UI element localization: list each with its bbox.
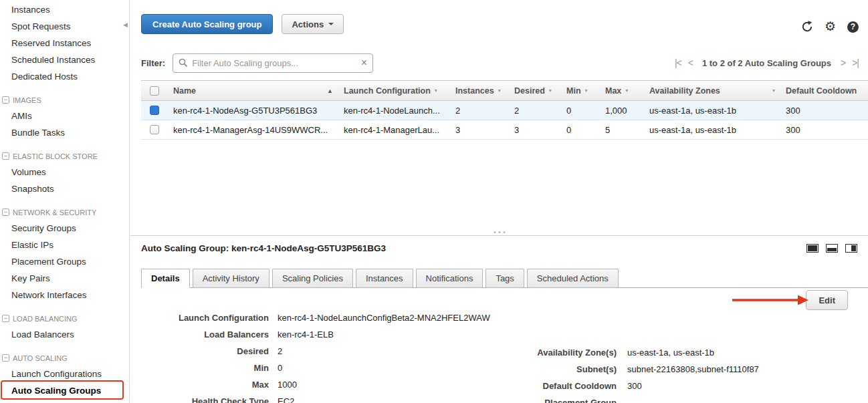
field-label: Default Cooldown (478, 381, 617, 391)
sidebar-section-label: NETWORK & SECURITY (13, 209, 96, 217)
column-header-label: Desired (514, 86, 545, 96)
sidebar-item-bundle-tasks[interactable]: Bundle Tasks (0, 124, 129, 141)
clear-filter-icon[interactable]: × (361, 57, 367, 68)
sidebar-item-key-pairs[interactable]: Key Pairs (0, 270, 129, 287)
filter-dropdown-icon[interactable]: ▾ (435, 88, 437, 94)
filter-dropdown-icon[interactable]: ▾ (625, 88, 628, 94)
table-row[interactable]: ken-rc4-1-ManagerAsg-14US9WWCR... ken-rc… (141, 120, 868, 140)
field-value: subnet-22163808,subnet-f1110f87 (627, 364, 759, 374)
field-label: Placement Group (478, 398, 617, 403)
cell-min: 0 (561, 106, 600, 116)
pagination-first-button[interactable]: |< (675, 57, 681, 68)
field-label: Availability Zone(s) (478, 348, 617, 358)
pane-layout-full-icon[interactable] (806, 244, 819, 253)
cell-max: 1,000 (600, 106, 644, 116)
sidebar-item-network-interfaces[interactable]: Network Interfaces (0, 287, 129, 303)
select-all-checkbox[interactable] (150, 86, 159, 96)
column-header-launch-configuration[interactable]: Launch Configuration ▾ (338, 86, 450, 96)
row-checkbox[interactable] (150, 106, 159, 115)
sidebar-item-amis[interactable]: AMIs (0, 108, 129, 124)
sidebar-item-security-groups[interactable]: Security Groups (0, 220, 129, 237)
field-launch-configuration: Launch Configuration ken-rc4-1-NodeLaunc… (130, 309, 868, 326)
sidebar-item-auto-scaling-groups[interactable]: Auto Scaling Groups (0, 382, 129, 399)
pagination-last-button[interactable]: >| (852, 57, 859, 68)
tab-details[interactable]: Details (141, 269, 190, 288)
field-label: Subnet(s) (478, 364, 617, 374)
filter-dropdown-icon[interactable]: ▾ (549, 88, 552, 94)
details-fields-right: Availability Zone(s) us-east-1a, us-east… (478, 344, 868, 403)
column-header-availability-zones[interactable]: Availability Zones ▾ (644, 86, 780, 96)
column-header-desired[interactable]: Desired ▾ (509, 86, 561, 96)
sidebar-item-dedicated-hosts[interactable]: Dedicated Hosts (0, 68, 129, 85)
sidebar-item-elastic-ips[interactable]: Elastic IPs (0, 237, 129, 253)
help-icon[interactable]: ? (847, 21, 859, 33)
filter-dropdown-icon[interactable]: ▾ (585, 88, 588, 94)
column-header-max[interactable]: Max ▾ (600, 86, 644, 96)
column-header-label: Instances (455, 86, 494, 96)
field-default-cooldown: Default Cooldown 300 (478, 378, 868, 394)
sidebar-section-auto-scaling[interactable]: − AUTO SCALING (0, 350, 129, 366)
tab-instances[interactable]: Instances (356, 269, 413, 288)
filter-label: Filter: (141, 58, 165, 68)
sidebar-item-volumes[interactable]: Volumes (0, 164, 129, 180)
table-row[interactable]: ken-rc4-1-NodeAsg-G5TU3P561BG3 ken-rc4-1… (141, 101, 868, 120)
field-value: ken-rc4-1-ELB (278, 329, 334, 340)
column-header-instances[interactable]: Instances ▾ (450, 86, 509, 96)
edit-button[interactable]: Edit (806, 290, 848, 310)
field-value: us-east-1a, us-east-1b (627, 348, 714, 358)
header-icon-group: ⚙ ? (801, 21, 859, 33)
filter-dropdown-icon[interactable]: ▾ (498, 88, 501, 94)
search-icon (179, 58, 188, 68)
actions-button[interactable]: Actions (282, 14, 344, 34)
pane-layout-right-icon[interactable] (845, 244, 857, 253)
column-header-label: Max (605, 86, 621, 96)
collapse-section-icon: − (2, 354, 9, 362)
cell-instances: 3 (450, 125, 509, 135)
sidebar-item-snapshots[interactable]: Snapshots (0, 180, 129, 197)
column-header-name[interactable]: Name ▲ (168, 86, 338, 96)
field-label: Max (130, 380, 269, 390)
sidebar-section-load-balancing[interactable]: − LOAD BALANCING (0, 311, 129, 326)
field-load-balancers: Load Balancers ken-rc4-1-ELB (130, 326, 868, 343)
tab-activity-history[interactable]: Activity History (193, 269, 269, 288)
pagination: |< < 1 to 2 of 2 Auto Scaling Groups > >… (675, 57, 859, 68)
sidebar-item-placement-groups[interactable]: Placement Groups (0, 253, 129, 270)
pagination-next-button[interactable]: > (841, 57, 845, 68)
cell-default-cooldown: 300 (780, 106, 868, 116)
sort-asc-icon[interactable]: ▲ (327, 88, 333, 94)
sidebar-item-scheduled-instances[interactable]: Scheduled Instances (0, 51, 129, 68)
annotation-arrow (731, 293, 810, 309)
table-header-row: Name ▲ Launch Configuration ▾ Instances … (141, 80, 868, 101)
sidebar-item-launch-configurations[interactable]: Launch Configurations (0, 366, 129, 382)
pane-layout-split-icon[interactable] (826, 244, 838, 253)
refresh-icon[interactable] (801, 21, 813, 33)
column-header-min[interactable]: Min ▾ (561, 86, 600, 96)
sidebar-section-elastic-block-store[interactable]: − ELASTIC BLOCK STORE (0, 148, 129, 164)
sidebar-section-images[interactable]: − IMAGES (0, 92, 129, 108)
tab-notifications[interactable]: Notifications (416, 269, 483, 288)
sidebar-item-spot-requests[interactable]: Spot Requests (0, 18, 129, 35)
create-auto-scaling-group-button[interactable]: Create Auto Scaling group (141, 14, 273, 34)
sidebar-section-network-security[interactable]: − NETWORK & SECURITY (0, 205, 129, 220)
filter-dropdown-icon[interactable]: ▾ (772, 88, 775, 94)
tab-tags[interactable]: Tags (485, 269, 524, 288)
field-availability-zones: Availability Zone(s) us-east-1a, us-east… (478, 344, 868, 361)
sidebar-item-load-balancers[interactable]: Load Balancers (0, 326, 129, 343)
row-checkbox[interactable] (150, 125, 159, 134)
collapse-sidebar-icon[interactable]: ◀ (123, 21, 128, 28)
tab-scheduled-actions[interactable]: Scheduled Actions (527, 269, 619, 288)
field-label: Launch Configuration (130, 313, 269, 323)
filter-input[interactable] (192, 58, 357, 68)
collapse-section-icon: − (2, 152, 9, 160)
sidebar-item-reserved-instances[interactable]: Reserved Instances (0, 35, 129, 51)
collapse-section-icon: − (2, 209, 9, 216)
pagination-status: 1 to 2 of 2 Auto Scaling Groups (702, 58, 831, 68)
field-value: 300 (627, 381, 642, 391)
pagination-prev-button[interactable]: < (688, 57, 693, 68)
pane-resize-handle[interactable] (494, 231, 505, 233)
sidebar-nav: Instances Spot Requests Reserved Instanc… (0, 0, 130, 403)
tab-scaling-policies[interactable]: Scaling Policies (272, 269, 353, 288)
column-header-default-cooldown[interactable]: Default Cooldown (780, 86, 868, 96)
settings-gear-icon[interactable]: ⚙ (825, 21, 836, 33)
sidebar-item-instances[interactable]: Instances (0, 1, 129, 18)
